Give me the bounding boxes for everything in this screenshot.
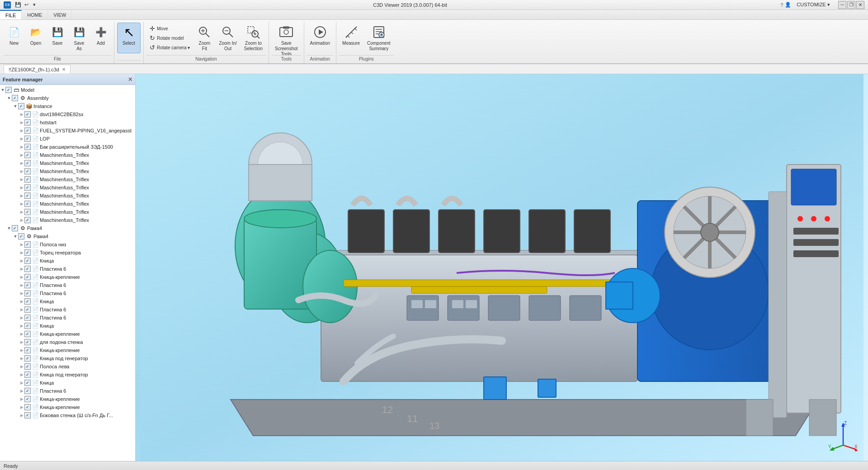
menu-tab-home[interactable]: HOME xyxy=(22,10,48,19)
tree-expand-icon[interactable]: ▶ xyxy=(19,160,24,166)
move-button[interactable]: ✛ Move xyxy=(146,24,193,33)
tree-expand-icon[interactable]: ▶ xyxy=(19,380,24,385)
tree-item[interactable]: ▶✓📄Кница-крепление xyxy=(0,403,135,411)
tree-checkbox[interactable]: ✓ xyxy=(24,347,31,353)
tree-expand-icon[interactable]: ▶ xyxy=(19,120,24,125)
tree-expand-icon[interactable]: ▶ xyxy=(19,299,24,304)
tree-checkbox[interactable]: ✓ xyxy=(24,136,31,142)
tree-expand-icon[interactable]: ▶ xyxy=(19,323,24,329)
save-as-button[interactable]: 💾 Save As xyxy=(69,23,90,53)
tree-expand-icon[interactable]: ▼ xyxy=(13,103,18,109)
tree-item[interactable]: ▶✓📄Maschinenfuss_Triflex xyxy=(0,208,135,216)
tree-checkbox[interactable]: ✓ xyxy=(24,355,31,362)
tree-expand-icon[interactable]: ▶ xyxy=(19,217,24,223)
tree-checkbox[interactable]: ✓ xyxy=(24,404,31,410)
tree-expand-icon[interactable]: ▶ xyxy=(19,177,24,182)
tree-item[interactable]: ▼✓🗃Model xyxy=(0,86,135,94)
tree-item[interactable]: ▶✓📄Кница-крепление xyxy=(0,273,135,281)
tree-checkbox[interactable]: ✓ xyxy=(24,168,31,174)
menu-tab-view[interactable]: VIEW xyxy=(48,10,72,19)
tree-item[interactable]: ▶✓📄hotstart xyxy=(0,118,135,127)
tree-checkbox[interactable]: ✓ xyxy=(24,396,31,402)
tree-checkbox[interactable]: ✓ xyxy=(24,315,31,321)
help-icon[interactable]: ? xyxy=(780,2,783,8)
tree-item[interactable]: ▶✓📄Maschinenfuss_Triflex xyxy=(0,151,135,159)
rotate-model-button[interactable]: ↻ Rotate model xyxy=(146,33,193,42)
tree-item[interactable]: ▶✓📄Кница под генератор xyxy=(0,371,135,379)
tree-expand-icon[interactable]: ▶ xyxy=(19,274,24,280)
feature-tree[interactable]: ▼✓🗃Model▼✓⚙Assembly▼✓📦Instance▶✓📄dsvt198… xyxy=(0,85,135,461)
tree-item[interactable]: ▶✓📄Maschinenfuss_Triflex xyxy=(0,216,135,224)
close-button[interactable]: ✕ xyxy=(856,1,864,9)
tree-expand-icon[interactable]: ▶ xyxy=(19,128,24,133)
tree-item[interactable]: ▼✓📦Instance xyxy=(0,102,135,110)
menu-tab-file[interactable]: FILE xyxy=(0,10,22,19)
tree-item[interactable]: ▶✓📄dsvt1984C2BE82sx xyxy=(0,110,135,118)
feature-panel-close-btn[interactable]: ✕ xyxy=(128,76,132,83)
tree-item[interactable]: ▶✓📄Пластина 6 xyxy=(0,265,135,273)
tree-expand-icon[interactable]: ▶ xyxy=(19,209,24,215)
tree-expand-icon[interactable]: ▶ xyxy=(19,242,24,247)
tree-checkbox[interactable]: ✓ xyxy=(24,323,31,329)
tree-checkbox[interactable]: ✓ xyxy=(24,144,31,150)
tree-item[interactable]: ▶✓📄Пластина 6 xyxy=(0,306,135,314)
tree-item[interactable]: ▶✓📄Кница xyxy=(0,257,135,265)
tree-checkbox[interactable]: ✓ xyxy=(24,241,31,248)
tree-expand-icon[interactable]: ▶ xyxy=(19,282,24,288)
qa-save-btn[interactable]: 💾 xyxy=(14,1,22,9)
tree-expand-icon[interactable]: ▶ xyxy=(19,396,24,402)
zoom-selection-button[interactable]: Zoom to Selection xyxy=(241,23,266,53)
tree-item[interactable]: ▶✓📄Кница xyxy=(0,297,135,306)
tree-checkbox[interactable]: ✓ xyxy=(24,249,31,256)
save-button[interactable]: 💾 Save xyxy=(47,23,68,53)
tree-checkbox[interactable]: ✓ xyxy=(24,217,31,223)
tree-checkbox[interactable]: ✓ xyxy=(24,331,31,337)
tree-checkbox[interactable]: ✓ xyxy=(24,371,31,378)
tree-item[interactable]: ▼✓⚙Рама4 xyxy=(0,232,135,240)
tree-checkbox[interactable]: ✓ xyxy=(24,111,31,118)
tree-checkbox[interactable]: ✓ xyxy=(24,160,31,166)
tree-expand-icon[interactable]: ▶ xyxy=(19,112,24,117)
tree-checkbox[interactable]: ✓ xyxy=(24,266,31,272)
tree-item[interactable]: ▶✓📄Кница-крепление xyxy=(0,395,135,403)
tree-item[interactable]: ▶✓📄Maschinenfuss_Triflex xyxy=(0,167,135,175)
tree-expand-icon[interactable]: ▶ xyxy=(19,291,24,296)
select-button[interactable]: ↖ Select xyxy=(117,23,141,53)
zoom-fit-button[interactable]: Zoom Fit xyxy=(194,23,215,53)
tree-expand-icon[interactable]: ▶ xyxy=(19,307,24,312)
tree-checkbox[interactable]: ✓ xyxy=(24,306,31,313)
tree-expand-icon[interactable]: ▶ xyxy=(19,348,24,353)
tree-expand-icon[interactable]: ▶ xyxy=(19,193,24,198)
tree-item[interactable]: ▶✓📄Бак расширительный ЗЭД-1500 xyxy=(0,143,135,151)
tree-item[interactable]: ▶✓📄Кница xyxy=(0,322,135,330)
add-button[interactable]: ➕ Add xyxy=(90,23,111,53)
tree-expand-icon[interactable]: ▶ xyxy=(19,404,24,410)
tree-expand-icon[interactable]: ▶ xyxy=(19,315,24,320)
tree-expand-icon[interactable]: ▶ xyxy=(19,372,24,377)
tree-item[interactable]: ▶✓📄Пластина 6 xyxy=(0,281,135,289)
tree-expand-icon[interactable]: ▶ xyxy=(19,331,24,337)
tree-item[interactable]: ▶✓📄Боковая стенка (Ш с/з-Fn Дь Г... xyxy=(0,411,135,419)
tree-item[interactable]: ▶✓📄Maschinenfuss_Triflex xyxy=(0,175,135,183)
tree-expand-icon[interactable]: ▼ xyxy=(0,87,5,93)
animation-button[interactable]: Animation xyxy=(307,23,333,53)
tree-item[interactable]: ▼✓⚙Assembly xyxy=(0,94,135,102)
tree-expand-icon[interactable]: ▼ xyxy=(13,234,18,239)
tree-item[interactable]: ▶✓📄Кница-крепление xyxy=(0,346,135,354)
tree-item[interactable]: ▶✓📄Полоса низ xyxy=(0,240,135,249)
measure-button[interactable]: Measure xyxy=(339,23,363,53)
tree-expand-icon[interactable]: ▶ xyxy=(19,169,24,174)
tree-expand-icon[interactable]: ▶ xyxy=(19,185,24,190)
tree-checkbox[interactable]: ✓ xyxy=(18,103,24,109)
tree-checkbox[interactable]: ✓ xyxy=(12,95,18,101)
tree-checkbox[interactable]: ✓ xyxy=(12,225,18,231)
tree-expand-icon[interactable]: ▼ xyxy=(6,95,12,101)
tree-item[interactable]: ▼✓⚙Рама4 xyxy=(0,224,135,232)
zoom-inout-button[interactable]: Zoom In/ Out xyxy=(216,23,240,53)
tree-expand-icon[interactable]: ▶ xyxy=(19,136,24,141)
tree-item[interactable]: ▶✓📄Maschinenfuss_Triflex xyxy=(0,183,135,192)
tree-checkbox[interactable]: ✓ xyxy=(5,87,12,93)
tree-checkbox[interactable]: ✓ xyxy=(24,339,31,345)
tree-checkbox[interactable]: ✓ xyxy=(24,119,31,126)
tree-expand-icon[interactable]: ▶ xyxy=(19,258,24,263)
